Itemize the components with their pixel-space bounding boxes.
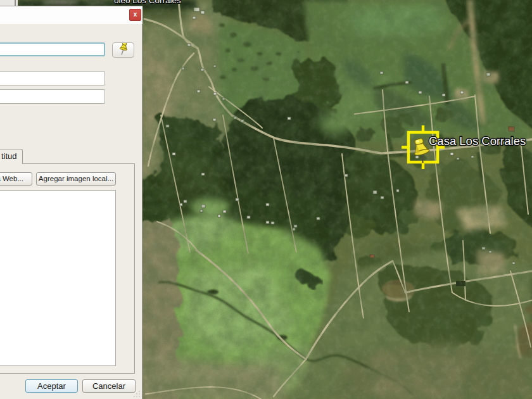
svg-text:oleo Los Corrales: oleo Los Corrales (114, 0, 181, 5)
svg-text:Casa Los Corrales: Casa Los Corrales (429, 134, 526, 148)
